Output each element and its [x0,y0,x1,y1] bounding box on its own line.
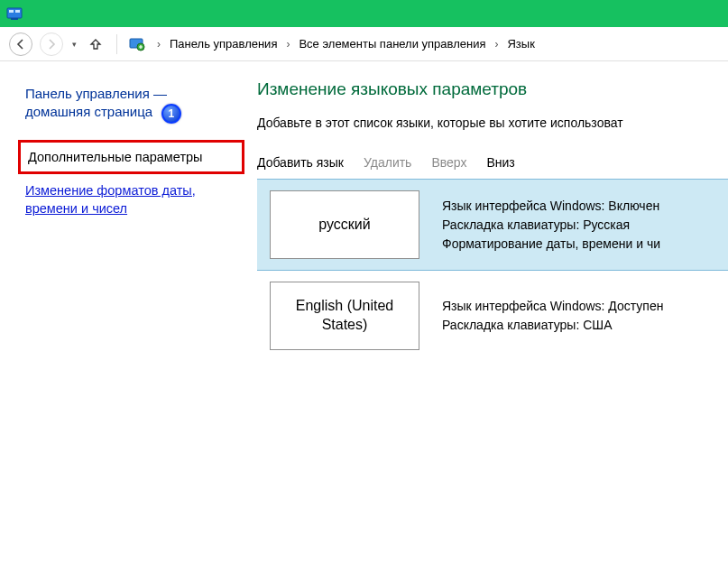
history-dropdown-icon[interactable]: ▾ [70,40,78,49]
forward-button[interactable] [40,32,63,56]
language-tile[interactable]: русский [270,190,419,259]
breadcrumb-item[interactable]: Язык [505,34,536,53]
language-row[interactable]: русский Язык интерфейса Windows: Включен… [257,179,728,271]
page-description: Добавьте в этот список языки, которые вы… [257,116,728,130]
svg-rect-1 [9,10,14,13]
language-name: русский [318,216,370,235]
language-tile[interactable]: English (United States) [270,282,419,350]
lang-info-line: Язык интерфейса Windows: Доступен [442,297,663,316]
language-name: English (United States) [274,297,415,335]
lang-info-line: Раскладка клавиатуры: Русская [442,216,660,235]
separator [116,34,117,54]
titlebar [0,0,728,27]
lang-info-line: Язык интерфейса Windows: Включен [442,197,660,216]
remove-language-button[interactable]: Удалить [364,155,411,170]
sidebar-item-dateformat[interactable]: Изменение форматов даты, времени и чисел [25,181,244,218]
sidebar-item-advanced[interactable]: Дополнительные параметры [18,140,244,174]
sidebar-home-link[interactable]: Панель управления — домашняя страница 1 [25,85,244,124]
language-toolbar: Добавить язык Удалить Вверх Вниз [257,152,728,179]
nav-toolbar: ▾ › Панель управления › Все элементы пан… [0,27,728,61]
move-up-button[interactable]: Вверх [431,155,466,170]
sidebar-home-label: домашняя страница [25,104,152,119]
annotation-badge-1: 1 [161,104,181,124]
back-button[interactable] [9,32,32,56]
svg-rect-0 [7,8,22,18]
up-button[interactable] [86,34,106,54]
main-panel: Изменение языковых параметров Добавьте в… [257,61,728,564]
page-title: Изменение языковых параметров [257,79,728,99]
svg-rect-3 [11,18,18,20]
location-icon [128,35,146,53]
chevron-right-icon[interactable]: › [491,38,502,51]
language-details: Язык интерфейса Windows: Включен Расклад… [442,197,660,254]
svg-rect-2 [15,10,20,13]
language-list: русский Язык интерфейса Windows: Включен… [257,179,728,361]
chevron-right-icon[interactable]: › [282,38,293,51]
breadcrumb-item[interactable]: Панель управления [168,34,279,53]
add-language-button[interactable]: Добавить язык [257,155,344,170]
move-down-button[interactable]: Вниз [486,155,514,170]
control-panel-icon [5,5,23,23]
lang-info-line: Форматирование даты, времени и чи [442,235,660,254]
chevron-right-icon[interactable]: › [153,38,164,51]
lang-info-line: Раскладка клавиатуры: США [442,316,663,335]
breadcrumb: › Панель управления › Все элементы панел… [153,34,537,53]
sidebar-item-label: Изменение форматов даты, времени и чисел [25,183,196,216]
breadcrumb-item[interactable]: Все элементы панели управления [297,34,487,53]
language-details: Язык интерфейса Windows: Доступен Раскла… [442,297,663,335]
sidebar: Панель управления — домашняя страница 1 … [0,61,257,564]
sidebar-home-label: Панель управления — [25,86,167,101]
sidebar-item-label: Дополнительные параметры [28,150,203,164]
language-row[interactable]: English (United States) Язык интерфейса … [257,271,728,361]
